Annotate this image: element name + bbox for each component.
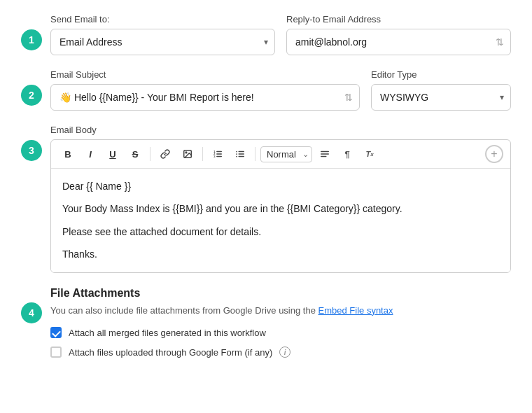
font-size-select[interactable]: Normal Small Large Huge bbox=[260, 146, 312, 162]
subject-label: Email Subject bbox=[50, 69, 360, 80]
body-line-2: Your Body Mass Index is {{BMI}} and you … bbox=[62, 201, 499, 216]
svg-point-1 bbox=[186, 152, 187, 153]
reply-to-label: Reply-to Email Address bbox=[286, 14, 511, 24]
email-body-label: Email Body bbox=[50, 125, 511, 135]
toolbar-divider-1 bbox=[150, 147, 150, 161]
underline-button[interactable]: U bbox=[103, 144, 122, 164]
font-size-select-wrapper: Normal Small Large Huge bbox=[260, 146, 312, 162]
svg-text:3: 3 bbox=[214, 155, 216, 158]
step-2-badge: 2 bbox=[21, 85, 42, 106]
email-body-editor[interactable]: Dear {{ Name }} Your Body Mass Index is … bbox=[51, 169, 510, 272]
strikethrough-button[interactable]: S bbox=[125, 144, 145, 164]
step-2-row: 2 Email Subject ⇅ Editor Type WYSIWYG Pl… bbox=[21, 69, 511, 111]
send-email-select[interactable]: Email Address bbox=[50, 29, 275, 55]
add-element-button[interactable]: + bbox=[485, 145, 503, 163]
file-attachments-desc: You can also include file attachments fr… bbox=[50, 304, 511, 318]
paragraph-button[interactable]: ¶ bbox=[337, 144, 357, 164]
svg-point-13 bbox=[236, 156, 237, 158]
link-button[interactable] bbox=[155, 144, 175, 164]
file-attachments-title: File Attachments bbox=[50, 287, 511, 300]
attach-form-label: Attach files uploaded through Google For… bbox=[69, 347, 272, 358]
toolbar-divider-3 bbox=[255, 147, 255, 161]
step-4-badge: 4 bbox=[21, 302, 42, 323]
step-1-content: Send Email to: Email Address ▾ Reply-to … bbox=[50, 14, 511, 55]
svg-point-11 bbox=[236, 151, 237, 153]
desc-text: You can also include file attachments fr… bbox=[50, 305, 316, 316]
body-line-4: Thanks. bbox=[62, 246, 499, 262]
subject-input[interactable] bbox=[50, 84, 360, 111]
step-1-row: 1 Send Email to: Email Address ▾ Reply-t… bbox=[21, 14, 511, 55]
clear-format-button[interactable]: Tx bbox=[360, 144, 379, 164]
reply-to-input[interactable] bbox=[286, 29, 511, 55]
image-button[interactable] bbox=[178, 144, 197, 164]
step-3-content: Email Body B I U S bbox=[50, 125, 511, 273]
checkbox-1-row: Attach all merged files generated in thi… bbox=[50, 327, 511, 338]
italic-button[interactable]: I bbox=[80, 144, 100, 164]
bold-button[interactable]: B bbox=[58, 144, 78, 164]
body-line-1: Dear {{ Name }} bbox=[62, 178, 499, 194]
step-4-content: File Attachments You can also include fi… bbox=[50, 287, 511, 367]
attach-merged-label: Attach all merged files generated in thi… bbox=[69, 328, 266, 338]
step-3-row: 3 Email Body B I U S bbox=[21, 125, 511, 273]
editor-toolbar: B I U S bbox=[51, 140, 510, 169]
step-4-row: 4 File Attachments You can also include … bbox=[21, 287, 511, 367]
step-2-content: Email Subject ⇅ Editor Type WYSIWYG Plai… bbox=[50, 69, 511, 111]
editor-type-label: Editor Type bbox=[371, 69, 511, 80]
attach-merged-checkbox[interactable] bbox=[50, 327, 62, 338]
align-button[interactable] bbox=[315, 144, 335, 164]
send-email-label: Send Email to: bbox=[50, 14, 275, 24]
attach-form-checkbox[interactable] bbox=[50, 346, 62, 358]
unordered-list-button[interactable] bbox=[230, 144, 250, 164]
checkbox-2-row: Attach files uploaded through Google For… bbox=[50, 346, 511, 358]
embed-file-link[interactable]: Embed File syntax bbox=[318, 305, 393, 316]
editor-type-select[interactable]: WYSIWYG Plain Text HTML bbox=[371, 84, 511, 111]
ordered-list-button[interactable]: 1 2 3 bbox=[208, 144, 227, 164]
step-3-badge: 3 bbox=[21, 140, 42, 161]
info-icon[interactable]: i bbox=[279, 346, 290, 358]
email-body-container: B I U S bbox=[50, 139, 511, 273]
toolbar-divider-2 bbox=[202, 147, 203, 161]
step-1-badge: 1 bbox=[21, 29, 42, 50]
body-line-3: Please see the attached document for det… bbox=[62, 224, 499, 239]
svg-point-12 bbox=[236, 153, 237, 155]
